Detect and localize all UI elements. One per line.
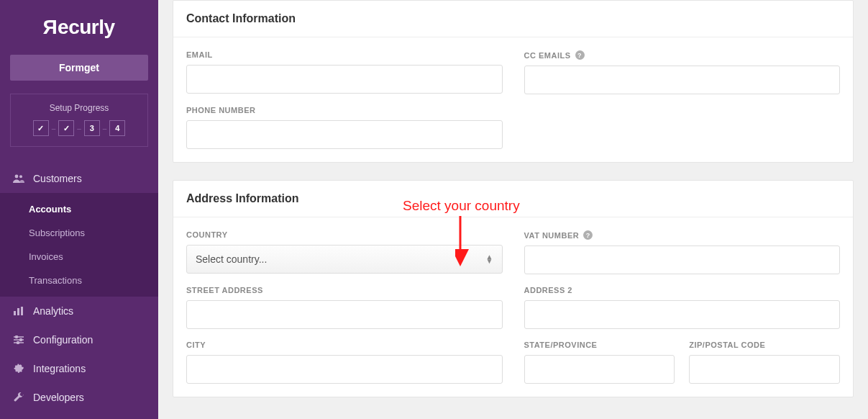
vat-input[interactable]: [524, 245, 841, 274]
nav-transactions[interactable]: Transactions: [0, 269, 158, 292]
street-label: STREET ADDRESS: [186, 286, 503, 294]
email-label: EMAIL: [186, 50, 503, 59]
city-input[interactable]: [186, 355, 503, 384]
gear-icon: [13, 364, 24, 374]
nav-customers[interactable]: Customers: [0, 164, 158, 193]
nav-customers-label: Customers: [33, 173, 82, 184]
address2-input[interactable]: [524, 300, 841, 329]
setup-step-3[interactable]: 3: [84, 120, 100, 136]
zip-input[interactable]: [689, 355, 840, 384]
country-label: COUNTRY: [186, 230, 503, 239]
nav-invoices[interactable]: Invoices: [0, 245, 158, 269]
setup-progress: Setup Progress ✓ – ✓ – 3 – 4: [10, 94, 148, 147]
nav-analytics-label: Analytics: [33, 305, 73, 317]
svg-point-0: [15, 175, 19, 179]
svg-point-9: [20, 339, 22, 341]
contact-heading: Contact Information: [173, 1, 853, 37]
setup-steps: ✓ – ✓ – 3 – 4: [18, 120, 140, 136]
street-input[interactable]: [186, 300, 503, 329]
nav-developers[interactable]: Developers: [0, 383, 158, 412]
cc-emails-label: CC EMAILS ?: [524, 50, 841, 60]
state-label: STATE/PROVINCE: [524, 341, 675, 349]
setup-step-1[interactable]: ✓: [33, 120, 49, 136]
brand-logo: Recurly: [0, 0, 158, 46]
nav-configuration-label: Configuration: [33, 334, 93, 346]
contact-card: Contact Information EMAIL CC EMAILS ?: [173, 0, 854, 163]
nav-developers-label: Developers: [33, 392, 84, 403]
setup-step-4[interactable]: 4: [109, 120, 125, 136]
nav-configuration[interactable]: Configuration: [0, 325, 158, 354]
bar-chart-icon: [13, 307, 24, 315]
setup-step-2[interactable]: ✓: [58, 120, 74, 136]
nav-analytics[interactable]: Analytics: [0, 297, 158, 325]
svg-point-1: [19, 175, 22, 178]
email-input[interactable]: [186, 65, 503, 94]
setup-progress-title: Setup Progress: [18, 103, 140, 113]
sidebar: Recurly Formget Setup Progress ✓ – ✓ – 3…: [0, 0, 158, 419]
nav-accounts[interactable]: Accounts: [0, 197, 158, 221]
state-input[interactable]: [524, 355, 675, 384]
nav-customers-sub: Accounts Subscriptions Invoices Transact…: [0, 193, 158, 297]
phone-input[interactable]: [186, 120, 503, 149]
svg-point-8: [16, 336, 18, 338]
svg-rect-2: [14, 311, 16, 315]
phone-label: PHONE NUMBER: [186, 106, 503, 114]
nav: Customers Accounts Subscriptions Invoice…: [0, 164, 158, 412]
cc-emails-input[interactable]: [524, 66, 841, 94]
select-caret-icon: ▲▼: [486, 255, 493, 263]
sliders-icon: [13, 335, 24, 344]
svg-rect-3: [17, 308, 19, 315]
nav-subscriptions[interactable]: Subscriptions: [0, 221, 158, 245]
city-label: CITY: [186, 341, 503, 349]
users-icon: [13, 174, 24, 183]
nav-integrations[interactable]: Integrations: [0, 354, 158, 383]
address2-label: ADDRESS 2: [524, 286, 841, 294]
address-heading: Address Information: [173, 181, 853, 217]
country-placeholder: Select country...: [196, 253, 267, 265]
address-card: Address Information COUNTRY Select count…: [173, 180, 854, 397]
main-content: Contact Information EMAIL CC EMAILS ?: [158, 0, 868, 419]
help-icon[interactable]: ?: [583, 230, 593, 240]
help-icon[interactable]: ?: [575, 50, 585, 60]
org-button[interactable]: Formget: [10, 55, 148, 81]
zip-label: ZIP/POSTAL CODE: [689, 341, 840, 349]
vat-label: VAT NUMBER ?: [524, 230, 841, 240]
wrench-icon: [13, 392, 24, 402]
country-select[interactable]: Select country... ▲▼: [186, 245, 503, 274]
nav-integrations-label: Integrations: [33, 363, 86, 374]
svg-rect-4: [21, 307, 23, 315]
svg-point-10: [17, 342, 19, 344]
